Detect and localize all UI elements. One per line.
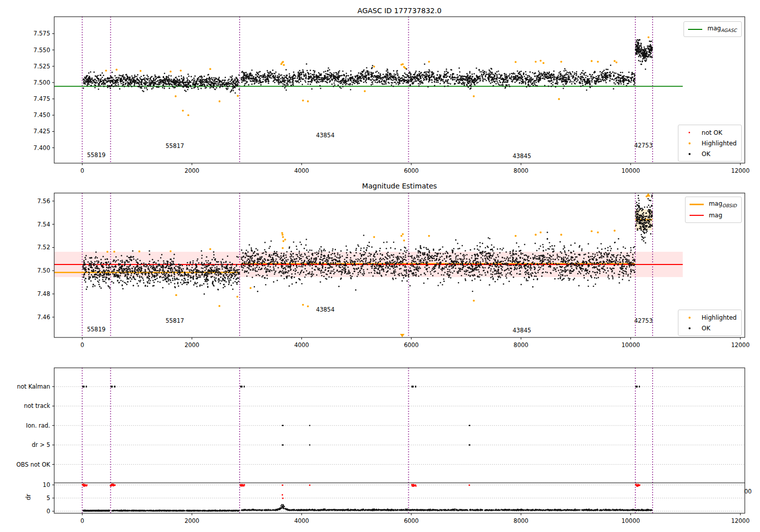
ok-point — [368, 272, 370, 274]
ok-point — [165, 278, 166, 279]
ok-point — [200, 284, 201, 286]
ok-point — [491, 249, 493, 250]
ok-point — [130, 281, 131, 282]
ok-point — [260, 84, 262, 86]
dr-point — [208, 510, 209, 511]
ok-point — [528, 81, 529, 82]
ok-point — [395, 256, 397, 258]
ok-point — [398, 258, 400, 260]
ok-point — [290, 261, 291, 263]
ok-point — [632, 270, 633, 271]
ok-point — [164, 275, 166, 276]
ok-point — [105, 279, 106, 280]
legend-mag-agasc: magAGASC — [683, 21, 742, 37]
ok-point — [254, 286, 255, 288]
ok-point — [127, 260, 128, 261]
ok-point — [204, 279, 206, 280]
dr-point — [83, 510, 84, 511]
ok-point — [351, 276, 353, 277]
highlighted-point — [403, 240, 405, 242]
ok-point — [251, 69, 253, 71]
ok-point — [314, 77, 315, 79]
ok-point — [230, 261, 231, 263]
ok-point — [461, 83, 462, 84]
ok-point — [394, 264, 395, 265]
ok-point — [620, 74, 622, 76]
ok-point — [437, 74, 438, 76]
ok-point — [257, 258, 259, 259]
ok-point — [255, 271, 256, 272]
ok-point — [123, 268, 125, 270]
ok-point — [409, 71, 410, 73]
ok-point — [342, 266, 344, 268]
ok-point — [278, 73, 280, 75]
ok-point — [427, 264, 429, 266]
ok-point — [111, 71, 113, 73]
ok-point — [526, 278, 527, 280]
ok-point — [361, 268, 362, 269]
ok-point — [171, 79, 172, 81]
ok-point — [425, 71, 426, 73]
ok-point — [433, 72, 435, 74]
ok-point — [175, 269, 176, 270]
dr-point — [491, 510, 492, 511]
ok-point — [450, 265, 452, 267]
ok-point — [220, 283, 221, 284]
ok-point — [90, 261, 92, 262]
ok-point — [611, 73, 612, 74]
highlighted-point — [428, 61, 430, 63]
ok-point — [610, 250, 612, 251]
ok-point — [571, 273, 572, 274]
ok-point — [559, 241, 561, 243]
ok-point — [124, 264, 126, 265]
ok-point — [136, 82, 138, 84]
ok-point — [562, 274, 563, 276]
ok-point — [486, 253, 487, 254]
y-tick-label: 7.50 — [37, 267, 50, 274]
ok-point — [502, 267, 503, 268]
ok-point — [329, 251, 330, 253]
ok-point — [617, 82, 619, 84]
ok-point — [440, 253, 441, 254]
ok-point — [550, 255, 551, 257]
ok-point — [449, 263, 450, 264]
dr-point — [216, 510, 217, 511]
ok-point — [607, 247, 609, 248]
ok-point — [380, 73, 382, 75]
ok-point — [120, 75, 122, 77]
ok-point — [395, 271, 396, 273]
ok-point — [405, 255, 406, 256]
ok-point — [347, 254, 348, 256]
ok-point — [373, 256, 374, 257]
ok-point — [633, 259, 635, 260]
ok-point — [127, 261, 129, 263]
ok-point — [493, 252, 495, 254]
ok-point — [356, 269, 358, 270]
ok-point — [325, 71, 326, 72]
ok-point — [395, 269, 396, 271]
ok-point — [581, 79, 582, 80]
ok-point — [588, 273, 590, 274]
ok-point — [396, 83, 397, 85]
ok-point — [259, 78, 261, 80]
ok-point — [637, 42, 639, 44]
ok-point — [638, 50, 640, 51]
ok-point — [567, 257, 568, 259]
dr-point — [618, 509, 619, 510]
ok-point — [161, 267, 162, 269]
ok-point — [585, 77, 587, 79]
ok-point — [648, 217, 649, 218]
ok-point — [204, 267, 206, 268]
ok-point — [399, 275, 400, 277]
ok-point — [529, 268, 530, 269]
ok-point — [406, 74, 408, 75]
ok-point — [92, 82, 94, 84]
ok-point — [539, 248, 540, 250]
ok-point — [211, 86, 212, 88]
ok-point — [651, 219, 652, 221]
ok-point — [517, 70, 518, 72]
ok-point — [530, 274, 532, 276]
ok-point — [158, 82, 160, 83]
ok-point — [242, 263, 243, 264]
ok-point — [162, 267, 164, 269]
